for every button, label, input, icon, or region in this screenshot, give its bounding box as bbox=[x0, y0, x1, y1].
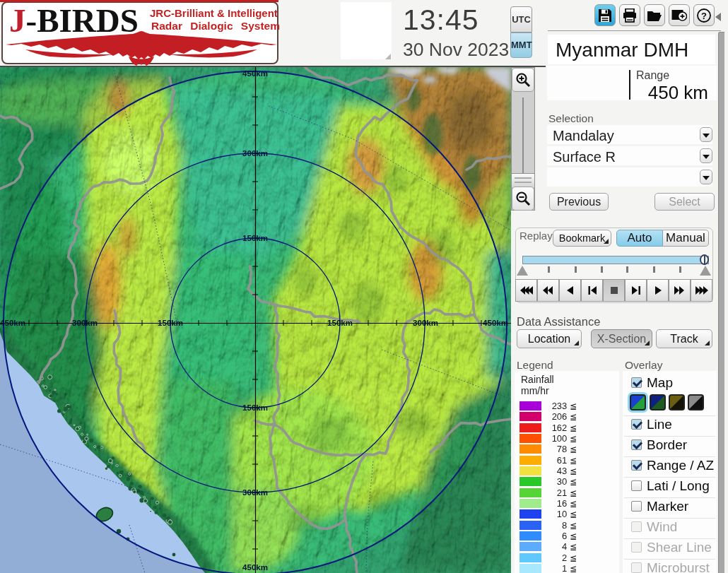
svg-text:?: ? bbox=[701, 11, 707, 21]
svg-text:150km: 150km bbox=[242, 234, 268, 242]
svg-text:150km: 150km bbox=[242, 403, 268, 412]
svg-text:150km: 150km bbox=[158, 319, 183, 327]
svg-text:300km: 300km bbox=[242, 488, 268, 497]
svg-text:450km: 450km bbox=[0, 319, 25, 327]
svg-text:150km: 150km bbox=[327, 319, 353, 327]
svg-text:300km: 300km bbox=[72, 319, 98, 327]
svg-text:300km: 300km bbox=[242, 149, 268, 158]
svg-text:450km: 450km bbox=[242, 563, 268, 572]
svg-text:450km: 450km bbox=[483, 319, 508, 327]
svg-text:300km: 300km bbox=[413, 319, 438, 327]
svg-text:450km: 450km bbox=[242, 69, 268, 78]
